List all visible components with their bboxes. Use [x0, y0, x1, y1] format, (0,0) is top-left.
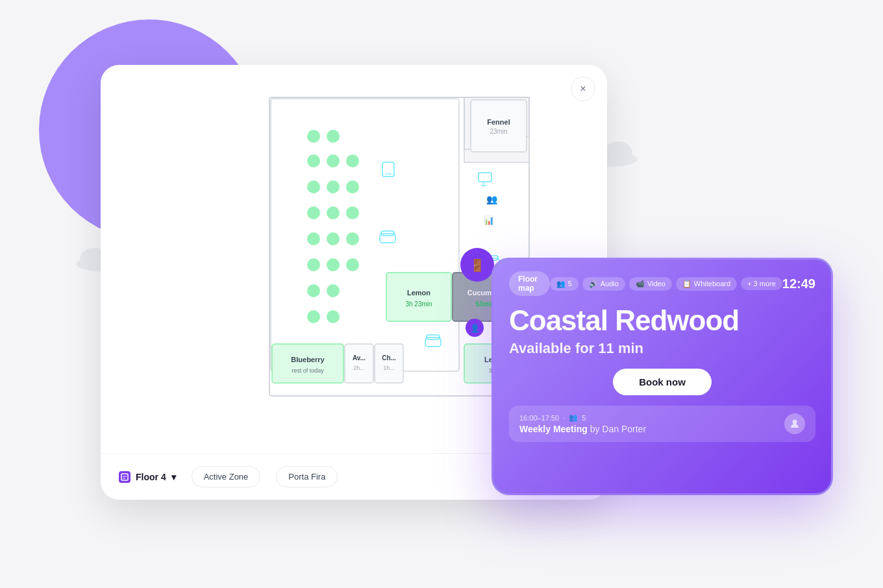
svg-rect-64 [272, 344, 343, 383]
svg-point-36 [346, 258, 359, 271]
amenity-chips: 👥 5 🔊 Audio 📹 Video 📋 Whiteboard + 3 mor… [550, 277, 782, 291]
current-time: 12:49 [782, 276, 815, 291]
svg-point-21 [327, 130, 340, 143]
svg-point-22 [307, 154, 320, 167]
svg-point-27 [346, 180, 359, 193]
svg-text:23min: 23min [490, 128, 507, 135]
svg-rect-49 [479, 173, 491, 182]
svg-point-31 [307, 232, 320, 245]
floor-icon [119, 471, 131, 483]
svg-point-26 [327, 180, 340, 193]
amenity-capacity: 👥 5 [550, 277, 578, 291]
svg-text:53min: 53min [476, 300, 495, 308]
svg-point-25 [307, 180, 320, 193]
svg-rect-76 [121, 474, 128, 480]
availability-status: Available for 11 min [509, 340, 815, 357]
amenity-audio: 🔊 Audio [582, 277, 625, 291]
floor-label: Floor 4 [136, 472, 166, 482]
svg-point-29 [327, 206, 340, 219]
svg-text:3h 23min: 3h 23min [405, 300, 432, 308]
svg-point-79 [793, 420, 797, 424]
svg-point-32 [327, 232, 340, 245]
amenity-video: 📹 Video [629, 277, 672, 291]
book-now-button[interactable]: Book now [613, 369, 712, 395]
meeting-title: Weekly Meeting by Dan Porter [519, 424, 646, 434]
zone-chip-active[interactable]: Active Zone [192, 466, 261, 487]
meeting-info: 16:00–17:50 · 👥 5 Weekly Meeting by Dan … [519, 413, 646, 434]
svg-text:Ch...: Ch... [382, 354, 396, 361]
svg-text:2h...: 2h... [353, 365, 365, 371]
svg-text:1h...: 1h... [383, 365, 395, 371]
svg-point-39 [307, 310, 320, 323]
svg-rect-47 [382, 162, 394, 177]
svg-text:rest of today: rest of today [292, 367, 324, 374]
meeting-time: 16:00–17:50 · 👥 5 [519, 413, 646, 422]
svg-text:👤: 👤 [470, 323, 480, 333]
svg-point-28 [307, 206, 320, 219]
floor-map-tab[interactable]: Floor map [509, 271, 550, 296]
svg-text:📊: 📊 [484, 215, 495, 226]
svg-point-37 [307, 284, 320, 297]
svg-point-40 [327, 310, 340, 323]
zone-chip-porta-fira[interactable]: Porta Fira [276, 466, 338, 487]
svg-text:🚪: 🚪 [470, 258, 485, 273]
meeting-row: 16:00–17:50 · 👥 5 Weekly Meeting by Dan … [509, 406, 815, 442]
svg-point-23 [327, 154, 340, 167]
svg-text:Fennel: Fennel [487, 118, 510, 126]
amenity-more: + 3 more [741, 277, 782, 290]
svg-rect-67 [345, 344, 373, 383]
svg-rect-16 [471, 100, 527, 152]
dropdown-arrow-icon: ▾ [171, 472, 176, 482]
svg-text:👥: 👥 [486, 194, 498, 205]
svg-text:Lemon: Lemon [407, 289, 430, 297]
amenity-whiteboard: 📋 Whiteboard [676, 277, 737, 291]
svg-rect-54 [386, 273, 451, 321]
meeting-avatar [784, 413, 805, 434]
svg-point-38 [327, 284, 340, 297]
room-name: Coastal Redwood [509, 305, 815, 336]
svg-rect-70 [375, 344, 403, 383]
svg-point-11 [604, 141, 632, 164]
svg-point-33 [346, 232, 359, 245]
svg-point-34 [307, 258, 320, 271]
svg-point-20 [307, 130, 320, 143]
svg-text:Blueberry: Blueberry [291, 356, 325, 363]
close-button[interactable]: × [571, 77, 595, 101]
room-detail-card: Floor map 👥 5 🔊 Audio 📹 Video 📋 Whiteb [493, 260, 831, 493]
svg-point-24 [346, 154, 359, 167]
svg-point-30 [346, 206, 359, 219]
floor-selector[interactable]: Floor 4 ▾ [119, 471, 176, 483]
room-detail-header: Floor map 👥 5 🔊 Audio 📹 Video 📋 Whiteb [509, 271, 815, 296]
svg-rect-19 [271, 99, 459, 371]
svg-text:Av...: Av... [353, 354, 366, 361]
svg-point-35 [327, 258, 340, 271]
